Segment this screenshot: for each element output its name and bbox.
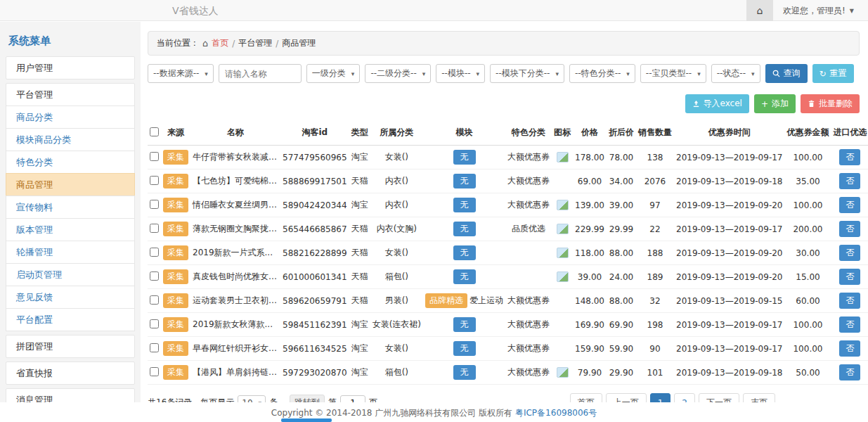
sidebar-item[interactable]: 平台配置: [6, 308, 135, 331]
breadcrumb-item: 商品管理: [282, 37, 316, 49]
discount-price: 88.00: [607, 289, 636, 313]
reset-button[interactable]: ↻ 重置: [812, 64, 854, 83]
sidebar-item[interactable]: 消息管理: [6, 388, 135, 402]
product-category: 女装(): [370, 146, 423, 170]
row-checkbox[interactable]: [150, 295, 159, 305]
product-name: 牛仔背带裤女秋装减龄...: [190, 146, 280, 170]
product-image: [557, 367, 569, 378]
product-category: 女装(连衣裙): [370, 313, 423, 337]
filter-select[interactable]: --宝贝类型--▾: [640, 64, 706, 83]
sidebar-item[interactable]: 宣传物料: [6, 196, 135, 219]
import-select-button[interactable]: 否: [839, 173, 860, 189]
source-badge: 采集: [163, 222, 188, 236]
source-badge: 采集: [163, 293, 188, 308]
product-category: 内衣(): [370, 193, 423, 217]
row-checkbox[interactable]: [150, 152, 159, 161]
sidebar-item[interactable]: 商品管理: [6, 173, 135, 196]
filter-select[interactable]: --二级分类--▾: [365, 64, 431, 83]
product-category: 箱包(): [370, 361, 423, 385]
filter-select[interactable]: --模块--▾: [436, 64, 485, 83]
import-excel-button[interactable]: 导入excel: [685, 94, 749, 113]
breadcrumb-home-link[interactable]: 首页: [212, 37, 228, 49]
table-row: 采集早春网红针织开衫女春...596611634525淘宝女装()无大额优惠券1…: [148, 337, 868, 361]
sidebar-item[interactable]: 轮播管理: [6, 241, 135, 264]
products-table: 来源名称淘客id类型所属分类模块特色分类图标价格折后价销售数量优惠券时间优惠券金…: [148, 120, 868, 385]
breadcrumb-items: /平台管理/商品管理: [232, 37, 316, 49]
icp-link[interactable]: 粤ICP备16098006号: [515, 408, 597, 418]
feature-category: 大额优惠券: [505, 361, 552, 385]
sidebar-item[interactable]: 意见反馈: [6, 286, 135, 309]
import-select-button[interactable]: 否: [839, 197, 860, 213]
table-row: 采集2019新款一片式系...588216228899天猫女装()无118.00…: [148, 241, 868, 265]
import-select-button[interactable]: 否: [839, 340, 860, 357]
coupon-time: 2019-09-13—2019-09-20: [674, 193, 784, 217]
product-name: 【港风】单肩斜挎链条...: [190, 361, 280, 385]
sales-count: 32: [636, 289, 674, 313]
row-checkbox[interactable]: [150, 319, 159, 328]
module-cell: 无: [423, 337, 505, 361]
name-search-input[interactable]: [219, 64, 302, 83]
horizontal-scrollbar[interactable]: [281, 418, 332, 422]
icon-cell: [552, 361, 573, 385]
import-select-button[interactable]: 否: [839, 316, 860, 333]
row-checkbox[interactable]: [150, 367, 159, 376]
module-badge: 无: [453, 317, 476, 332]
select-value: 一级分类: [312, 68, 346, 79]
sidebar-item[interactable]: 模块商品分类: [6, 128, 135, 151]
sidebar-item[interactable]: 用户管理: [6, 56, 135, 79]
sidebar-item[interactable]: 拼团管理: [6, 335, 135, 358]
import-select-button[interactable]: 否: [839, 269, 860, 285]
discount-price: 78.00: [607, 146, 636, 170]
import-select-button[interactable]: 否: [839, 245, 860, 261]
search-button[interactable]: 查询: [765, 64, 808, 83]
batch-delete-button[interactable]: 批量删除: [801, 94, 860, 113]
import-select-button[interactable]: 否: [839, 293, 860, 309]
discount-price: 34.00: [607, 170, 636, 193]
sidebar-item[interactable]: 商品分类: [6, 106, 135, 129]
row-checkbox[interactable]: [150, 224, 159, 233]
product-name: 2019新款一片式系...: [190, 241, 280, 265]
sidebar-item[interactable]: 版本管理: [6, 218, 135, 241]
coupon-time: 2019-09-13—2019-09-18: [674, 170, 784, 193]
reset-button-label: 重置: [830, 68, 847, 79]
filter-select[interactable]: --特色分类--▾: [569, 64, 635, 83]
table-header-row: 来源名称淘客id类型所属分类模块特色分类图标价格折后价销售数量优惠券时间优惠券金…: [148, 120, 868, 146]
sidebar-item[interactable]: 省直快报: [6, 362, 135, 385]
home-button[interactable]: ⌂: [746, 0, 773, 21]
filter-select[interactable]: --状态--▾: [711, 64, 760, 83]
chevron-down-icon: ▾: [751, 70, 755, 77]
import-select-button[interactable]: 否: [839, 149, 860, 165]
product-type: 淘宝: [349, 193, 370, 217]
coupon-time: 2019-09-13—2019-09-17: [674, 146, 784, 170]
module-cell: 无: [423, 193, 505, 217]
home-icon: ⌂: [202, 38, 208, 49]
row-checkbox[interactable]: [150, 176, 159, 185]
filter-select[interactable]: --模块下分类--▾: [490, 64, 564, 83]
product-type: 天猫: [349, 170, 370, 193]
feature-category: 大额优惠券: [505, 193, 552, 217]
discount-price: 24.00: [607, 265, 636, 289]
add-button[interactable]: + 添加: [754, 94, 796, 113]
coupon-amount: 200.00: [784, 217, 831, 241]
source-filter-select[interactable]: --数据来源-- ▾: [148, 64, 214, 83]
import-select-button[interactable]: 否: [839, 221, 860, 237]
row-checkbox[interactable]: [150, 271, 159, 281]
breadcrumb-prefix: 当前位置：: [157, 37, 199, 49]
row-checkbox[interactable]: [150, 200, 159, 209]
breadcrumb-separator: /: [232, 39, 235, 49]
filter-select[interactable]: 一级分类▾: [306, 64, 361, 83]
module-extra-label: 爱上运动: [469, 295, 503, 305]
refresh-icon: ↻: [820, 69, 827, 79]
user-menu[interactable]: 欢迎您，管理员! ▼: [773, 0, 868, 21]
row-checkbox[interactable]: [150, 248, 159, 257]
import-select-button[interactable]: 否: [839, 364, 860, 381]
product-type: 淘宝: [349, 361, 370, 385]
sidebar-item[interactable]: 启动页管理: [6, 263, 135, 286]
source-badge: 采集: [163, 269, 188, 284]
row-checkbox[interactable]: [150, 343, 159, 352]
sidebar-item[interactable]: 特色分类: [6, 151, 135, 174]
table-row: 采集【港风】单肩斜挎链条...597293020870淘宝箱包()无大额优惠券7…: [148, 361, 868, 385]
select-all-checkbox[interactable]: [150, 127, 159, 136]
column-header: 来源: [161, 120, 190, 146]
sidebar-item[interactable]: 平台管理: [6, 83, 135, 106]
